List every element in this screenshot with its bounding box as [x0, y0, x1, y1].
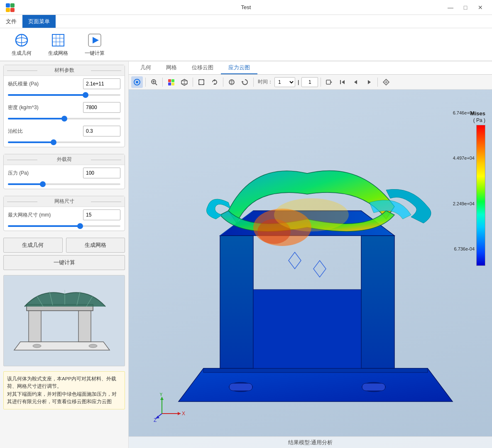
colorbar-unit: ( Pa ) [473, 117, 485, 123]
geometry-icon [14, 32, 29, 48]
svg-rect-2 [6, 8, 10, 12]
axis-indicator: X Y Z [154, 393, 187, 423]
close-button[interactable]: ✕ [474, 2, 487, 13]
view-toolbar: 时间： 1 | [129, 75, 492, 90]
svg-marker-71 [253, 290, 361, 368]
poisson-slider-row [4, 137, 125, 147]
svg-rect-34 [168, 83, 171, 85]
prev-frame-button[interactable] [350, 76, 362, 88]
svg-rect-3 [10, 8, 15, 12]
time-label: 时间： [258, 78, 273, 85]
max-mesh-slider[interactable] [8, 225, 120, 227]
ribbon-gen-mesh-label: 生成网格 [48, 50, 68, 57]
colorbar-val-max: 6.746e+04 [453, 110, 475, 115]
color-cube-button[interactable] [179, 76, 190, 88]
menu-file[interactable]: 文件 [0, 15, 22, 28]
orbit-button[interactable] [226, 76, 237, 88]
time-select[interactable]: 1 [274, 77, 295, 87]
action-buttons: 生成几何 生成网格 [0, 234, 128, 253]
youngs-input[interactable] [83, 78, 120, 89]
rotate-button[interactable] [209, 76, 220, 88]
paint-button[interactable] [165, 76, 177, 88]
density-slider[interactable] [8, 118, 120, 119]
tb-sep-7 [377, 78, 378, 87]
gen-geo-button[interactable]: 生成几何 [3, 238, 63, 253]
svg-marker-16 [29, 309, 41, 342]
tb-sep-6 [321, 78, 321, 87]
density-row: 密度 (kg/m^3) [4, 100, 125, 114]
svg-text:X: X [182, 411, 185, 416]
first-frame-button[interactable] [337, 76, 348, 88]
svg-point-27 [136, 81, 138, 83]
svg-point-24 [33, 344, 41, 348]
material-header: 材料参数 [4, 65, 125, 76]
viewport[interactable]: Mises ( Pa ) 6.746e+04 4.497e+04 2.249e+… [129, 90, 492, 448]
pressure-label: 压力 (Pa) [8, 170, 80, 177]
svg-rect-35 [171, 83, 174, 85]
svg-text:Z: Z [154, 417, 157, 422]
colorbar-val-mid1: 4.497e+04 [453, 156, 475, 161]
tb-sep-3 [193, 78, 193, 87]
play-icon [87, 32, 103, 48]
density-input[interactable] [83, 102, 120, 113]
tb-sep-1 [145, 78, 146, 87]
svg-rect-56 [326, 80, 330, 84]
ribbon-one-click-label: 一键计算 [85, 50, 105, 57]
one-click-button[interactable]: 一键计算 [3, 255, 125, 270]
svg-marker-55 [241, 81, 244, 82]
youngs-slider[interactable] [8, 94, 120, 96]
svg-marker-68 [361, 236, 394, 368]
pressure-slider[interactable] [8, 183, 120, 185]
record-button[interactable] [323, 76, 335, 88]
view-mode-button[interactable] [131, 76, 143, 88]
max-mesh-input[interactable] [83, 209, 120, 220]
maximize-button[interactable]: □ [459, 2, 472, 13]
fit-button[interactable] [196, 76, 207, 88]
svg-text:Y: Y [159, 393, 163, 397]
poisson-input[interactable] [83, 126, 120, 136]
max-mesh-row: 最大网格尺寸 (mm) [4, 207, 125, 221]
poisson-slider[interactable] [8, 141, 120, 143]
svg-rect-40 [199, 80, 204, 85]
tab-geo[interactable]: 几何 [133, 61, 159, 74]
ribbon-gen-geo[interactable]: 生成几何 [8, 31, 35, 58]
youngs-slider-row [4, 90, 125, 100]
tab-mesh[interactable]: 网格 [159, 61, 184, 74]
pressure-input[interactable] [83, 168, 120, 178]
thumbnail [3, 275, 125, 366]
ribbon: 生成几何 生成网格 一键计算 [0, 28, 492, 61]
frame-input[interactable] [301, 77, 318, 87]
menu-page[interactable]: 页面菜单 [22, 15, 56, 28]
load-header: 外载荷 [4, 154, 125, 165]
tab-stress[interactable]: 应力云图 [221, 61, 257, 74]
ribbon-gen-mesh[interactable]: 生成网格 [45, 31, 71, 58]
svg-marker-57 [331, 81, 332, 83]
tab-disp[interactable]: 位移云图 [184, 61, 221, 74]
minimize-button[interactable]: — [444, 2, 457, 13]
ribbon-one-click[interactable]: 一键计算 [81, 31, 108, 58]
status-bar: 结果模型:通用分析 [129, 436, 492, 448]
density-slider-row [4, 114, 125, 123]
window-title: Test [241, 4, 251, 10]
tb-sep-5 [253, 78, 254, 87]
mesh-icon [50, 32, 66, 48]
description-text: 该几何体为鞍式支座，本APP内可对其材料、外载荷、网格尺寸进行调节。 对其下端面… [7, 376, 117, 404]
pressure-slider-row [4, 179, 125, 189]
reset-view-button[interactable] [239, 76, 251, 88]
svg-marker-77 [313, 261, 326, 277]
svg-rect-1 [10, 3, 15, 7]
colorbar-val-mid2: 2.249e+04 [453, 201, 475, 206]
next-frame-button[interactable] [363, 76, 375, 88]
expand-button[interactable] [380, 76, 392, 88]
youngs-row: 杨氏模量 (Pa) [4, 76, 125, 90]
gen-mesh-button[interactable]: 生成网格 [66, 238, 125, 253]
pressure-row: 压力 (Pa) [4, 165, 125, 179]
colorbar: Mises ( Pa ) 6.746e+04 4.497e+04 2.249e+… [465, 110, 485, 423]
svg-marker-76 [289, 252, 301, 269]
svg-rect-74 [229, 383, 252, 391]
right-panel: 几何 网格 位移云图 应力云图 [129, 61, 492, 448]
svg-rect-75 [362, 383, 385, 391]
svg-point-25 [89, 344, 97, 348]
svg-marker-85 [160, 397, 164, 400]
zoom-button[interactable] [148, 76, 160, 88]
